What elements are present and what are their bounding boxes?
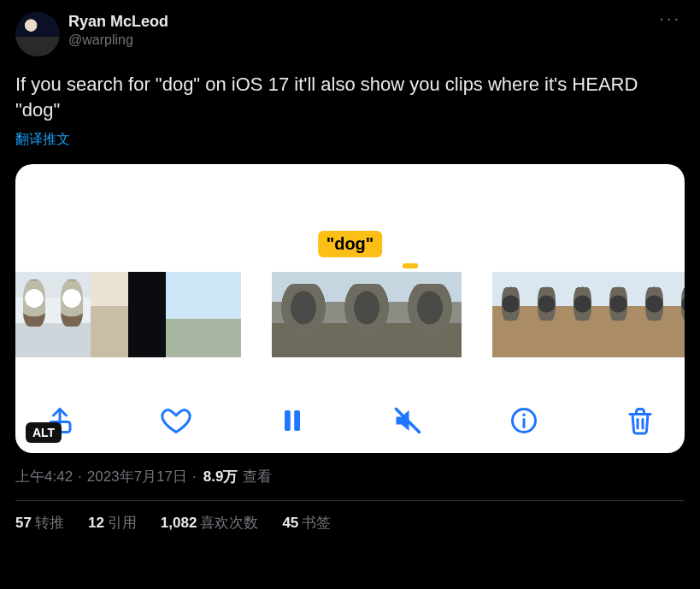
clip-frame (203, 272, 241, 357)
more-button[interactable]: ··· (659, 9, 681, 28)
handle: @warpling (68, 32, 168, 49)
caption-marker (403, 263, 418, 268)
tweet-text: If you search for "dog" on iOS 17 it'll … (15, 72, 685, 122)
clip-thumbnail-group[interactable] (272, 272, 462, 357)
speaker-muted-icon (392, 405, 423, 436)
views-label: 查看 (243, 467, 272, 486)
clip-frame (636, 272, 672, 357)
tweet-container: Ryan McLeod @warpling ··· If you search … (0, 0, 700, 533)
likes-stat[interactable]: 1,082喜欢次数 (161, 513, 259, 533)
svg-rect-1 (285, 410, 291, 431)
retweets-count: 57 (15, 515, 32, 531)
alt-badge[interactable]: ALT (26, 422, 62, 443)
pause-icon (277, 405, 308, 436)
meta-dot: · (78, 468, 82, 486)
tweet-date[interactable]: 2023年7月17日 (87, 467, 187, 486)
mute-button[interactable] (392, 405, 423, 436)
clip-frame (492, 272, 528, 357)
clip-frame (15, 272, 53, 357)
caption-pill: "dog" (318, 231, 383, 257)
quotes-count: 12 (88, 515, 104, 531)
stats-row: 57转推 12引用 1,082喜欢次数 45书签 (15, 513, 685, 533)
media-toolbar (15, 405, 685, 436)
delete-button[interactable] (625, 405, 656, 436)
likes-count: 1,082 (161, 515, 197, 531)
heart-icon (161, 405, 191, 436)
video-timeline[interactable] (15, 272, 685, 357)
clip-thumbnail-group[interactable] (15, 272, 241, 357)
quotes-stat[interactable]: 12引用 (88, 513, 137, 533)
display-name: Ryan McLeod (68, 12, 168, 32)
tweet-header: Ryan McLeod @warpling ··· (15, 12, 685, 56)
quotes-label: 引用 (108, 515, 137, 531)
tweet-meta: 上午4:42 · 2023年7月17日 · 8.9万 查看 (15, 467, 685, 486)
tweet-time[interactable]: 上午4:42 (15, 467, 73, 486)
author-names[interactable]: Ryan McLeod @warpling (68, 12, 168, 49)
divider (15, 500, 685, 501)
clip-frame (128, 272, 166, 357)
info-button[interactable] (509, 405, 539, 436)
bookmarks-count: 45 (282, 515, 298, 531)
retweets-stat[interactable]: 57转推 (15, 513, 64, 533)
clip-thumbnail-group[interactable] (492, 272, 685, 357)
bookmarks-stat[interactable]: 45书签 (282, 513, 331, 533)
media-card[interactable]: "dog" (15, 164, 685, 453)
retweets-label: 转推 (35, 515, 64, 531)
meta-dot: · (192, 468, 197, 486)
clip-frame (335, 272, 398, 357)
likes-label: 喜欢次数 (200, 515, 258, 531)
translate-link[interactable]: 翻译推文 (15, 131, 70, 149)
clip-frame (672, 272, 685, 357)
svg-rect-2 (294, 410, 300, 431)
trash-icon (625, 405, 656, 436)
clip-frame (528, 272, 564, 357)
info-icon (509, 405, 539, 436)
avatar[interactable] (15, 12, 60, 56)
clip-frame (91, 272, 128, 357)
clip-frame (600, 272, 636, 357)
clip-frame (398, 272, 462, 357)
pause-button[interactable] (277, 405, 308, 436)
clip-frame (53, 272, 91, 357)
like-button[interactable] (161, 405, 191, 436)
bookmarks-label: 书签 (302, 515, 331, 531)
clip-frame (166, 272, 203, 357)
media-top-whitespace: "dog" (15, 164, 685, 263)
views-count: 8.9万 (203, 467, 238, 486)
svg-point-6 (522, 414, 526, 417)
clip-frame (272, 272, 335, 357)
clip-frame (564, 272, 600, 357)
